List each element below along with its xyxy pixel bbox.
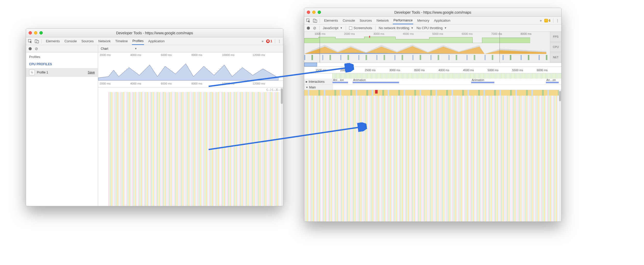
divider xyxy=(346,26,346,30)
main-track-header[interactable]: ▼ Main xyxy=(304,85,561,90)
tick: 2500 ms xyxy=(365,69,389,72)
network-throttle-select[interactable]: No network throttling ▼ xyxy=(379,26,413,30)
overview-ticks: 2000 ms 4000 ms 6000 ms 8000 ms 10000 ms… xyxy=(98,52,283,56)
tick: 10000 ms xyxy=(222,82,253,85)
overview-lane-labels: FPS CPU NET xyxy=(550,32,561,62)
tab-memory[interactable]: Memory xyxy=(417,17,430,24)
overview-selection[interactable] xyxy=(320,32,500,62)
warning-badge[interactable]: 6 xyxy=(544,19,550,22)
anim-label: Animation xyxy=(472,78,484,81)
anim-label: Animation xyxy=(353,78,366,81)
inspect-element-icon[interactable] xyxy=(28,39,32,43)
tick: 5000 ms xyxy=(488,69,512,72)
zoom-window-button[interactable] xyxy=(318,11,321,14)
chevron-down-icon: ▼ xyxy=(444,27,447,29)
panel-tabstrip: Elements Console Sources Network Timelin… xyxy=(26,37,283,45)
tab-network[interactable]: Network xyxy=(98,37,111,45)
divider xyxy=(320,18,320,23)
traffic-lights xyxy=(29,31,47,35)
chevron-down-icon: ▼ xyxy=(134,47,137,50)
tick: 8000 ms xyxy=(191,53,222,56)
tabs-overflow-button[interactable]: » xyxy=(262,39,264,43)
flame-chart[interactable]: (…) (…)(…) xyxy=(98,87,283,206)
error-badge[interactable]: 1 xyxy=(266,39,272,43)
divider xyxy=(41,39,42,44)
device-toolbar-icon[interactable] xyxy=(35,39,39,43)
minimize-window-button[interactable] xyxy=(34,31,37,35)
sidebar-heading: Profiles xyxy=(26,52,98,61)
window-title: Developer Tools - https://www.google.com… xyxy=(47,31,262,35)
divider xyxy=(319,26,320,30)
minimap[interactable] xyxy=(304,63,561,67)
chart-view-label: Chart xyxy=(101,47,108,51)
lane-label-fps: FPS xyxy=(550,32,561,42)
tab-sources[interactable]: Sources xyxy=(359,17,372,24)
overview-sparkline xyxy=(98,62,278,80)
tick: 2000 ms xyxy=(340,69,365,72)
kebab-menu-icon[interactable]: ⋮ xyxy=(278,39,281,43)
tick: 12000 ms xyxy=(252,53,283,56)
anim-label: Ani…ion xyxy=(333,78,344,81)
screenshots-label: Screenshots xyxy=(354,26,372,30)
clear-button[interactable]: ⊘ xyxy=(313,26,316,30)
disclosure-icon[interactable]: ▶ xyxy=(306,80,308,83)
tab-application[interactable]: Application xyxy=(434,17,451,24)
close-window-button[interactable] xyxy=(29,31,32,35)
device-toolbar-icon[interactable] xyxy=(313,18,317,23)
profile-icon: % xyxy=(29,70,35,75)
tab-console[interactable]: Console xyxy=(64,37,77,45)
panel-tabstrip: Elements Console Sources Network Perform… xyxy=(304,17,561,24)
tick: 2000 ms xyxy=(100,82,130,85)
minimap-selection[interactable] xyxy=(304,63,317,67)
cpu-throttle-label: No CPU throttling xyxy=(417,26,443,30)
tick: 2000 ms xyxy=(100,53,130,56)
main-flame-chart[interactable] xyxy=(304,90,561,221)
performance-toolbar: ⊘ JavaScript ▼ Screenshots No network th… xyxy=(304,24,561,32)
tab-application[interactable]: Application xyxy=(148,37,165,45)
record-button[interactable] xyxy=(29,47,32,50)
chevron-down-icon: ▼ xyxy=(340,27,343,29)
zoom-window-button[interactable] xyxy=(39,31,43,35)
performance-overview[interactable]: 1000 ms 2000 ms 3000 ms 4000 ms 5000 ms … xyxy=(304,32,561,63)
tab-elements[interactable]: Elements xyxy=(324,17,338,24)
time-ruler: 1500 ms 2000 ms 2500 ms 3000 ms 3500 ms … xyxy=(304,67,561,73)
inspect-element-icon[interactable] xyxy=(306,18,310,23)
tabs-overflow-button[interactable]: » xyxy=(540,19,542,22)
screenshots-checkbox[interactable]: Screenshots xyxy=(349,26,372,30)
chart-view-select[interactable]: Chart ▼ xyxy=(98,45,283,52)
minimize-window-button[interactable] xyxy=(312,11,316,14)
tab-elements[interactable]: Elements xyxy=(45,37,60,45)
profiles-sidebar: ⊘ Profiles CPU PROFILES % Profile 1 Save xyxy=(26,45,98,206)
profile-save-link[interactable]: Save xyxy=(88,71,95,74)
lane-label-net: NET xyxy=(550,52,561,62)
main-label: Main xyxy=(309,86,316,89)
cpu-throttle-select[interactable]: No CPU throttling ▼ xyxy=(417,26,447,30)
divider xyxy=(553,18,553,23)
tab-timeline[interactable]: Timeline xyxy=(115,37,128,45)
devtools-window-profiles: Developer Tools - https://www.google.com… xyxy=(26,28,283,206)
filter-select[interactable]: JavaScript ▼ xyxy=(323,26,343,30)
kebab-menu-icon[interactable]: ⋮ xyxy=(556,19,559,22)
tab-sources[interactable]: Sources xyxy=(81,37,94,45)
scrollbar[interactable] xyxy=(281,87,283,206)
tab-performance[interactable]: Performance xyxy=(393,17,413,24)
tick: 4000 ms xyxy=(130,82,161,85)
profile-list-item[interactable]: % Profile 1 Save xyxy=(26,68,98,77)
tab-console[interactable]: Console xyxy=(342,17,355,24)
tab-network[interactable]: Network xyxy=(376,17,389,24)
divider xyxy=(375,26,376,30)
interactions-track[interactable]: ▶ Interactions Ani…ion Animation Animati… xyxy=(304,79,561,85)
scrollbar[interactable] xyxy=(559,90,561,221)
window-title: Developer Tools - https://www.google.com… xyxy=(325,10,541,14)
sidebar-subheading: CPU PROFILES xyxy=(26,61,98,68)
disclosure-icon[interactable]: ▼ xyxy=(306,86,308,89)
titlebar[interactable]: Developer Tools - https://www.google.com… xyxy=(304,8,561,17)
clear-button[interactable]: ⊘ xyxy=(35,46,38,51)
tab-profiles[interactable]: Profiles xyxy=(132,37,144,45)
tick: 1500 ms xyxy=(316,69,340,72)
titlebar[interactable]: Developer Tools - https://www.google.com… xyxy=(26,29,283,37)
record-button[interactable] xyxy=(307,27,310,30)
close-window-button[interactable] xyxy=(307,11,310,14)
truncated-label: (…) (…)(…) xyxy=(267,88,282,91)
cpu-overview[interactable]: 2000 ms 4000 ms 6000 ms 8000 ms 10000 ms… xyxy=(98,52,283,81)
